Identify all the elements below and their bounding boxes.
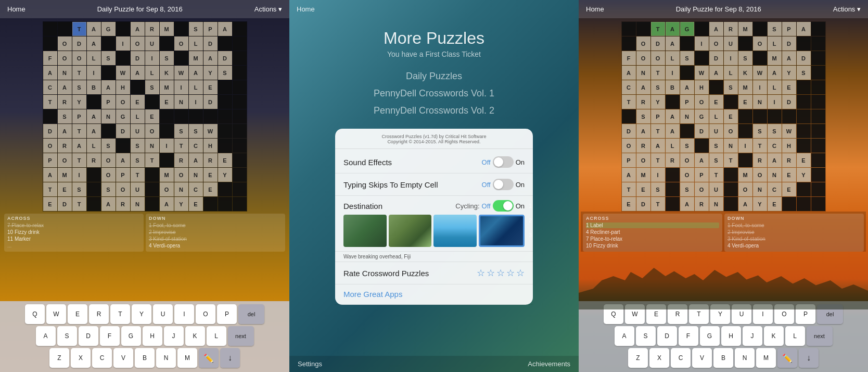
cell-12-1[interactable]: D [58,197,72,211]
cell-5-11[interactable]: D [782,95,796,109]
cell-8-13[interactable] [811,139,825,153]
key-w-1[interactable]: W [46,304,66,324]
cell-2-12[interactable]: D [218,51,232,65]
cell-0-13[interactable] [811,22,825,36]
cell-12-9[interactable]: Y [174,197,188,211]
cell-2-9[interactable] [753,51,767,65]
menu-home-button[interactable]: Home [297,5,315,13]
cell-2-3[interactable]: L [87,51,101,65]
cell-3-9[interactable]: W [753,66,767,80]
cell-6-12[interactable] [218,109,232,123]
cell-2-11[interactable]: A [782,51,796,65]
cell-8-1[interactable]: R [636,139,650,153]
cell-3-11[interactable]: Y [203,66,218,80]
cell-8-3[interactable]: L [87,139,101,153]
cell-7-12[interactable] [797,124,811,138]
cell-2-7[interactable]: I [145,51,159,65]
cell-5-0[interactable]: T [622,95,636,109]
cell-7-4[interactable] [101,124,116,138]
cell-10-13[interactable] [811,168,825,182]
cell-8-6[interactable]: S [131,139,145,153]
cell-6-1[interactable]: S [58,109,72,123]
key-v-3[interactable]: V [692,348,712,368]
cell-4-13[interactable] [233,80,247,94]
cell-11-8[interactable]: O [160,182,174,196]
cell-0-1[interactable] [636,22,650,36]
cell-9-5[interactable]: A [695,153,709,167]
key-x-3[interactable]: X [649,348,669,368]
cell-8-2[interactable]: A [651,139,665,153]
cell-7-9[interactable]: S [753,124,767,138]
star-4[interactable]: ☆ [506,267,515,279]
cell-5-0[interactable]: T [43,95,57,109]
cell-2-8[interactable]: S [738,51,752,65]
cell-5-12[interactable] [797,95,811,109]
cell-0-5[interactable] [695,22,709,36]
cell-5-5[interactable]: O [695,95,709,109]
cell-0-11[interactable]: P [203,22,218,36]
cell-12-0[interactable]: E [622,197,636,211]
cell-8-9[interactable]: T [753,139,767,153]
cell-7-1[interactable]: A [636,124,650,138]
cell-4-4[interactable]: A [680,80,694,94]
cell-3-2[interactable]: T [651,66,665,80]
cell-0-4[interactable]: G [680,22,694,36]
cell-9-12[interactable]: E [218,153,232,167]
cell-9-7[interactable]: T [724,153,738,167]
key-b-1[interactable]: B [135,348,155,368]
cell-11-4[interactable]: S [101,182,116,196]
cell-8-10[interactable]: C [189,139,203,153]
cell-9-4[interactable]: O [101,153,116,167]
cell-5-4[interactable]: P [101,95,116,109]
cell-6-8[interactable] [160,109,174,123]
cell-2-9[interactable] [174,51,188,65]
cell-10-7[interactable] [145,168,159,182]
star-1[interactable]: ☆ [477,267,485,279]
cell-11-13[interactable] [811,182,825,196]
cell-0-10[interactable]: S [768,22,782,36]
cell-4-6[interactable] [131,80,145,94]
key-r-3[interactable]: R [668,304,687,324]
cell-9-10[interactable]: A [768,153,782,167]
cell-8-9[interactable]: T [174,139,188,153]
star-5[interactable]: ☆ [516,267,525,279]
cell-7-1[interactable]: A [58,124,72,138]
cell-11-1[interactable]: E [58,182,72,196]
cell-1-4[interactable] [101,36,116,51]
cell-6-11[interactable] [203,109,218,123]
cell-1-9[interactable]: O [174,36,188,51]
cell-3-3[interactable]: I [666,66,680,80]
key-down-3[interactable]: ↓ [799,348,819,368]
settings-button[interactable]: Settings [298,360,322,368]
cell-12-5[interactable]: R [695,197,709,211]
cell-10-12[interactable]: Y [218,168,232,182]
cell-10-1[interactable]: M [58,168,72,182]
cell-7-8[interactable] [160,124,174,138]
cell-12-13[interactable] [233,197,247,211]
key-c-1[interactable]: C [92,348,112,368]
cell-11-6[interactable]: U [131,182,145,196]
cell-9-0[interactable]: P [43,153,57,167]
cell-0-8[interactable]: M [160,22,174,36]
key-n-1[interactable]: N [156,348,176,368]
cell-7-9[interactable]: S [174,124,188,138]
cell-8-6[interactable]: S [709,139,723,153]
key-k-1[interactable]: K [185,326,205,346]
cell-8-3[interactable]: L [666,139,680,153]
cell-8-4[interactable]: S [101,139,116,153]
cell-9-0[interactable]: P [622,153,636,167]
cell-5-3[interactable] [666,95,680,109]
cell-1-5[interactable]: I [695,36,709,51]
cell-11-9[interactable]: N [174,182,188,196]
cell-3-6[interactable]: A [709,66,723,80]
clue-down-2[interactable]: 2 Improvise [149,229,282,235]
key-g-1[interactable]: G [121,326,141,346]
cell-5-6[interactable]: E [131,95,145,109]
cell-6-1[interactable]: S [636,109,650,123]
cell-11-1[interactable]: E [636,182,650,196]
cell-6-2[interactable]: P [72,109,86,123]
cell-10-13[interactable] [233,168,247,182]
key-p-3[interactable]: P [796,304,815,324]
cell-0-6[interactable]: A [131,22,145,36]
key-j-1[interactable]: J [164,326,184,346]
